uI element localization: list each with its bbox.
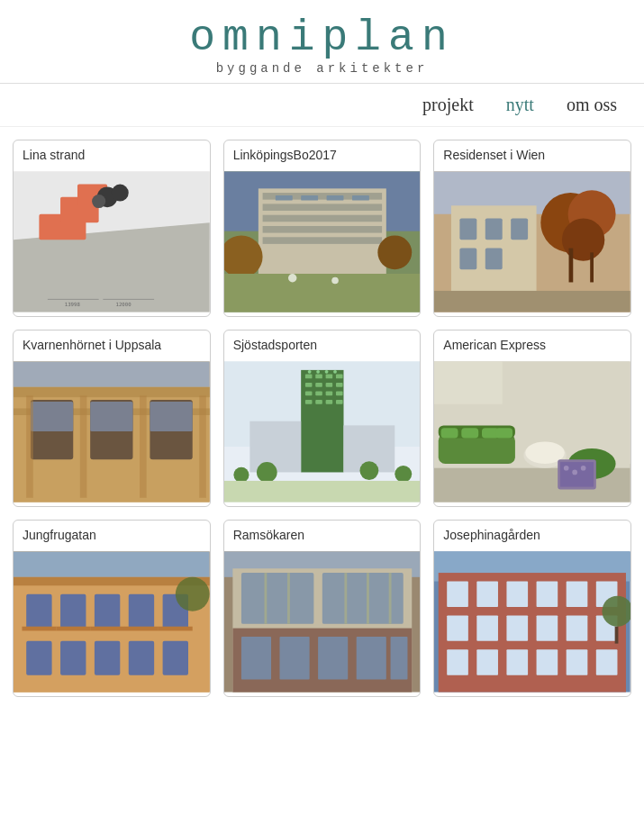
project-image-amex [434, 358, 630, 506]
project-card-ramsokaren[interactable]: Ramsökaren [223, 520, 422, 697]
project-grid: Lina strand 13998 12000 LinköpingsBo2017 [0, 127, 644, 710]
svg-point-79 [316, 370, 320, 374]
svg-rect-67 [315, 383, 322, 387]
svg-rect-74 [305, 400, 313, 404]
svg-rect-106 [434, 361, 503, 403]
svg-rect-160 [477, 649, 499, 675]
svg-rect-149 [507, 582, 529, 607]
logo: omniplan [0, 16, 644, 59]
project-title-jungfrugatan: Jungfrugatan [14, 521, 210, 548]
svg-rect-116 [22, 627, 56, 631]
svg-rect-123 [95, 641, 120, 675]
nav-om-oss[interactable]: om oss [567, 95, 617, 115]
svg-rect-52 [90, 402, 132, 431]
project-title-ramsokaren: Ramsökaren [224, 521, 421, 548]
svg-rect-153 [448, 615, 469, 640]
svg-rect-147 [448, 582, 469, 607]
svg-rect-50 [31, 402, 73, 431]
project-card-linkopingsbo[interactable]: LinköpingsBo2017 [223, 140, 422, 317]
svg-rect-42 [591, 252, 594, 282]
nav-projekt[interactable]: projekt [422, 95, 474, 115]
svg-rect-23 [326, 195, 343, 201]
svg-rect-17 [262, 204, 381, 211]
project-title-linkopingsbo: LinköpingsBo2017 [224, 140, 421, 168]
svg-point-104 [573, 470, 578, 475]
svg-rect-33 [460, 218, 477, 240]
svg-rect-133 [264, 573, 267, 624]
project-card-lina-strand[interactable]: Lina strand 13998 12000 [13, 140, 211, 317]
svg-point-126 [176, 577, 210, 611]
svg-rect-166 [615, 627, 619, 644]
svg-rect-140 [279, 637, 309, 679]
svg-rect-70 [305, 392, 313, 396]
project-card-amex[interactable]: American Express [433, 330, 631, 507]
project-title-josephinagarden: Josephinagården [434, 521, 630, 548]
nav-nytt[interactable]: nytt [506, 95, 534, 115]
svg-text:12000: 12000 [116, 302, 132, 307]
svg-rect-154 [477, 615, 499, 640]
svg-rect-27 [224, 274, 421, 312]
svg-point-84 [257, 462, 277, 483]
svg-rect-134 [287, 573, 290, 624]
svg-rect-94 [441, 428, 458, 438]
svg-rect-18 [262, 215, 381, 222]
project-card-jungfrugatan[interactable]: Jungfrugatan [13, 520, 211, 697]
svg-rect-150 [537, 582, 558, 607]
svg-rect-157 [567, 615, 588, 640]
svg-rect-66 [305, 383, 313, 387]
svg-rect-62 [305, 375, 313, 379]
svg-rect-92 [439, 434, 515, 464]
project-title-sjostadsporten: Sjöstadsporten [224, 330, 421, 358]
svg-rect-88 [224, 481, 421, 503]
site-header: omniplan byggande arkitekter [0, 0, 644, 84]
svg-rect-24 [352, 195, 369, 201]
svg-rect-75 [315, 400, 322, 404]
svg-rect-148 [477, 582, 499, 607]
project-card-sjostadsporten[interactable]: Sjöstadsporten [223, 330, 422, 507]
svg-rect-95 [462, 428, 479, 438]
svg-rect-120 [159, 627, 193, 631]
svg-rect-55 [26, 395, 33, 498]
project-card-josephinagarden[interactable]: Josephinagården [433, 520, 631, 697]
svg-rect-22 [301, 195, 318, 201]
project-title-kvarnenhörnet: Kvarnenhörnet i Uppsala [14, 330, 210, 358]
svg-rect-135 [344, 573, 347, 624]
svg-rect-161 [507, 649, 529, 675]
svg-rect-76 [325, 400, 332, 404]
svg-point-40 [562, 218, 604, 260]
svg-rect-41 [569, 249, 574, 283]
project-image-linkopingsbo [224, 168, 421, 316]
svg-rect-155 [507, 615, 529, 640]
svg-point-81 [333, 370, 337, 374]
svg-point-29 [331, 277, 339, 285]
svg-rect-113 [95, 594, 120, 629]
svg-point-28 [288, 274, 296, 282]
svg-point-86 [395, 466, 412, 483]
svg-rect-164 [596, 649, 618, 675]
svg-text:13998: 13998 [65, 302, 81, 307]
svg-point-87 [233, 467, 249, 483]
svg-point-8 [92, 195, 105, 208]
svg-rect-34 [485, 218, 503, 240]
svg-rect-163 [567, 649, 588, 675]
project-card-kvarnenhörnet[interactable]: Kvarnenhörnet i Uppsala [13, 330, 211, 507]
project-title-amex: American Express [434, 330, 630, 358]
svg-rect-77 [336, 400, 343, 404]
svg-rect-36 [460, 249, 477, 270]
svg-rect-141 [318, 637, 348, 679]
svg-rect-57 [140, 395, 147, 498]
svg-rect-121 [26, 641, 51, 675]
svg-rect-151 [567, 582, 588, 607]
svg-rect-43 [434, 291, 630, 312]
project-card-residenset[interactable]: Residenset i Wien [433, 140, 631, 317]
svg-rect-73 [336, 392, 343, 396]
svg-rect-111 [26, 594, 51, 629]
svg-rect-159 [448, 649, 469, 675]
svg-rect-37 [485, 249, 503, 270]
main-nav: projekt nytt om oss [0, 84, 644, 127]
svg-rect-118 [90, 627, 124, 631]
project-image-residenset [434, 168, 630, 316]
svg-rect-19 [262, 226, 381, 233]
project-image-ramsokaren [224, 548, 421, 696]
svg-rect-114 [129, 594, 154, 629]
